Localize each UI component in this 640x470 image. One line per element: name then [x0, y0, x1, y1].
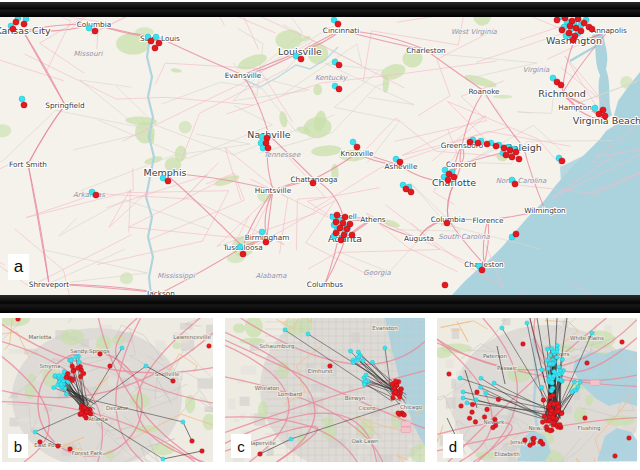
panel-label-c: c: [231, 434, 251, 458]
svg-text:Roanoke: Roanoke: [468, 87, 500, 96]
svg-text:Huntsville: Huntsville: [255, 186, 292, 195]
svg-text:Passaic: Passaic: [497, 365, 517, 371]
svg-text:Concord: Concord: [446, 160, 476, 169]
panel-label-b: b: [8, 434, 28, 458]
svg-text:Richmond: Richmond: [538, 88, 586, 99]
svg-text:White Plains: White Plains: [570, 335, 604, 341]
svg-text:Kentucky: Kentucky: [315, 74, 348, 82]
svg-text:Columbia: Columbia: [77, 20, 111, 29]
svg-text:Cincinnati: Cincinnati: [323, 26, 359, 35]
svg-text:Paterson: Paterson: [483, 353, 507, 359]
panel-label-d: d: [443, 434, 463, 458]
svg-text:Smyrna: Smyrna: [39, 363, 60, 370]
svg-text:Marietta: Marietta: [29, 334, 52, 340]
svg-text:Flushing: Flushing: [577, 425, 600, 432]
svg-text:Atlanta: Atlanta: [88, 416, 108, 422]
svg-text:Lawrenceville: Lawrenceville: [173, 334, 211, 340]
svg-text:Naperville: Naperville: [248, 440, 276, 447]
svg-text:Mississippi: Mississippi: [157, 272, 195, 280]
svg-text:Sandy Springs: Sandy Springs: [70, 348, 110, 355]
city-map-chicago: SchaumburgEvanstonElmhurstWheatonLombard…: [225, 318, 425, 462]
svg-text:Athens: Athens: [360, 215, 385, 224]
svg-text:Wilmington: Wilmington: [524, 206, 565, 215]
svg-text:Chicago: Chicago: [400, 404, 423, 411]
svg-text:Shreveport: Shreveport: [29, 280, 69, 289]
svg-text:Georgia: Georgia: [363, 269, 391, 277]
svg-text:Berwyn: Berwyn: [345, 395, 366, 402]
svg-text:Cicero: Cicero: [358, 405, 376, 411]
overview-map-eastern-us: MissouriKentuckyTennesseeWest VirginiaVi…: [0, 17, 640, 295]
letterbox-top: [0, 2, 640, 17]
svg-text:Annapolis: Annapolis: [591, 26, 627, 35]
figure-maps: MissouriKentuckyTennesseeWest VirginiaVi…: [0, 0, 640, 470]
svg-text:West Virginia: West Virginia: [451, 28, 498, 36]
svg-text:North Carolina: North Carolina: [496, 177, 547, 185]
svg-text:South Carolina: South Carolina: [438, 233, 490, 241]
svg-text:Oak Lawn: Oak Lawn: [351, 438, 379, 444]
svg-text:Florence: Florence: [472, 216, 504, 225]
svg-text:Schaumburg: Schaumburg: [260, 343, 295, 350]
svg-text:Alabama: Alabama: [256, 272, 288, 280]
svg-text:Knoxville: Knoxville: [341, 149, 374, 158]
svg-text:Columbus: Columbus: [307, 280, 344, 289]
svg-text:Snellville: Snellville: [155, 371, 180, 377]
svg-text:Virginia: Virginia: [523, 66, 550, 74]
svg-text:Wheaton: Wheaton: [255, 385, 280, 391]
svg-text:Hampton: Hampton: [558, 103, 592, 112]
svg-text:Fort Smith: Fort Smith: [9, 160, 47, 169]
letterbox-bottom: [0, 295, 640, 313]
svg-text:Lombard: Lombard: [278, 391, 302, 397]
svg-text:Evansville: Evansville: [225, 71, 262, 80]
svg-text:Augusta: Augusta: [404, 234, 434, 243]
svg-text:Evanston: Evanston: [372, 325, 398, 331]
svg-text:Louisville: Louisville: [278, 46, 322, 57]
svg-text:Missouri: Missouri: [74, 50, 104, 58]
city-map-new-york: PatersonPassaicYonkersWhite PlainsNewark…: [437, 318, 637, 462]
svg-text:Charleston: Charleston: [406, 46, 445, 55]
svg-text:Tennessee: Tennessee: [264, 151, 301, 159]
svg-text:Elizabeth: Elizabeth: [494, 451, 520, 457]
svg-text:Forest Park: Forest Park: [72, 450, 103, 456]
panel-label-a: a: [8, 254, 29, 280]
svg-text:Elmhurst: Elmhurst: [308, 368, 333, 374]
svg-text:Springfield: Springfield: [45, 101, 84, 110]
city-map-atlanta: MariettaSandy SpringsLawrencevilleSnellv…: [2, 318, 213, 462]
